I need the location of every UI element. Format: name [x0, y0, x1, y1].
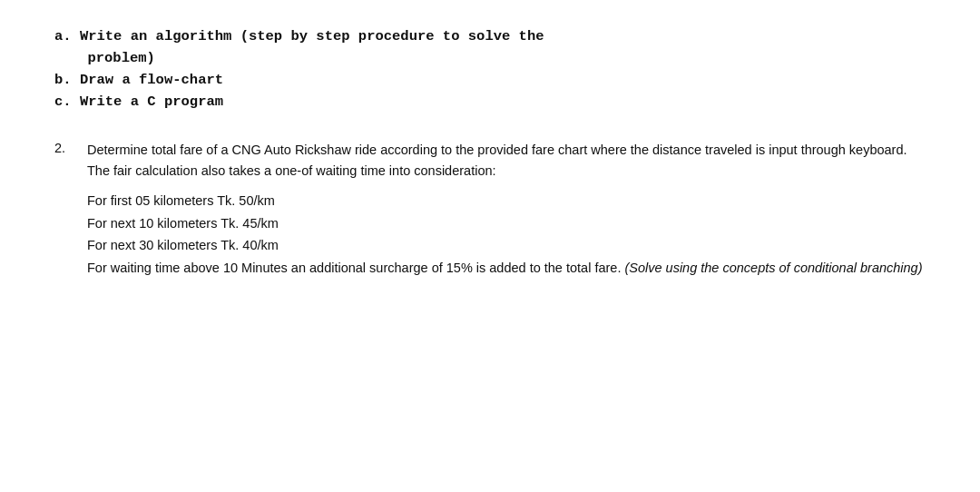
- part-a-item: a. Write an algorithm (step by step proc…: [54, 25, 926, 69]
- part-a-section: a. Write an algorithm (step by step proc…: [54, 25, 926, 113]
- part-c-text: c. Write a C program: [54, 93, 223, 110]
- question-2-section: 2. Determine total fare of a CNG Auto Ri…: [54, 140, 926, 280]
- fare-list: For first 05 kilometers Tk. 50/km For ne…: [87, 190, 926, 280]
- part-a-cont: problem): [54, 47, 926, 69]
- fare-item-3: For next 30 kilometers Tk. 40/km: [87, 234, 926, 257]
- question-2-intro: Determine total fare of a CNG Auto Ricks…: [87, 140, 926, 181]
- question-2-number: 2.: [54, 140, 80, 155]
- part-b-item: b. Draw a flow-chart: [54, 69, 926, 91]
- fare-note: (Solve using the concepts of conditional…: [624, 261, 922, 275]
- page-content: a. Write an algorithm (step by step proc…: [0, 0, 980, 492]
- part-b-text: b. Draw a flow-chart: [54, 72, 223, 88]
- part-c-item: c. Write a C program: [54, 91, 926, 113]
- question-2-body: Determine total fare of a CNG Auto Ricks…: [87, 140, 926, 280]
- fare-item-2: For next 10 kilometers Tk. 45/km: [87, 212, 926, 235]
- fare-item-4: For waiting time above 10 Minutes an add…: [87, 257, 926, 280]
- part-a-text: a. Write an algorithm (step by step proc…: [54, 28, 544, 44]
- fare-item-1: For first 05 kilometers Tk. 50/km: [87, 190, 926, 212]
- fare-item-4-text: For waiting time above 10 Minutes an add…: [87, 261, 621, 275]
